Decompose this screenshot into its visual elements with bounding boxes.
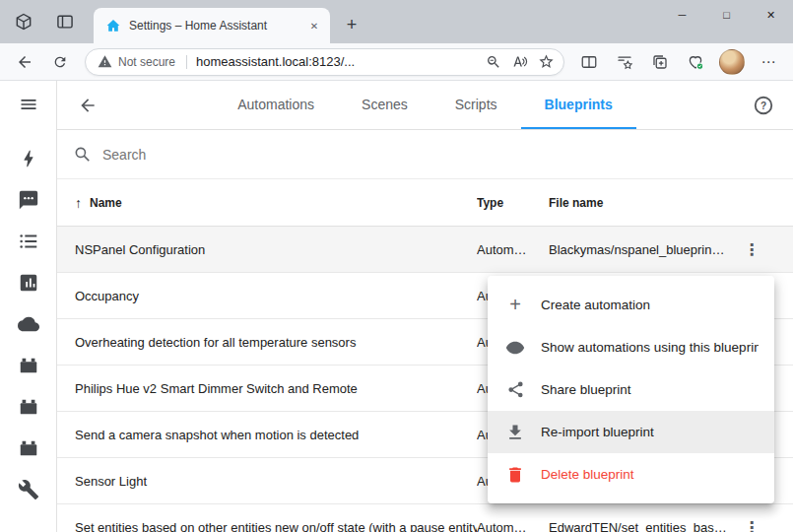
workspaces-icon[interactable]	[8, 6, 39, 37]
table-header: ↑ Name Type File name	[57, 179, 793, 227]
blueprint-context-menu: + Create automation Show automations usi…	[488, 276, 774, 503]
brick-icon-3[interactable]	[0, 428, 57, 469]
tab-close-icon[interactable]: ✕	[304, 16, 324, 35]
column-name-label: Name	[90, 196, 122, 210]
cloud-icon[interactable]	[0, 303, 57, 345]
favorite-star-icon[interactable]	[533, 49, 560, 75]
column-header-file[interactable]: File name	[549, 196, 710, 210]
share-icon	[503, 378, 527, 402]
menu-item-show-automations[interactable]: Show automations using this blueprint	[488, 326, 774, 368]
ha-header: Automations Scenes Scripts Blueprints ?	[57, 81, 793, 130]
row-type: Autom…	[477, 242, 549, 257]
zoom-out-icon[interactable]	[480, 49, 506, 75]
help-icon[interactable]: ?	[752, 94, 775, 117]
new-tab-button[interactable]: +	[338, 11, 365, 38]
menu-item-delete-blueprint[interactable]: Delete blueprint	[488, 453, 774, 496]
row-file: Blackymas/nspanel_blueprin…	[549, 242, 710, 257]
delete-icon	[503, 463, 527, 487]
eye-icon	[503, 336, 527, 360]
split-screen-icon[interactable]	[572, 47, 606, 77]
table-row[interactable]: Set entities based on other entities new…	[57, 504, 793, 532]
menu-item-reimport-blueprint[interactable]: Re-import blueprint	[488, 411, 774, 453]
row-name: NSPanel Configuration	[57, 242, 477, 257]
divider	[186, 55, 187, 69]
tab-actions-icon[interactable]	[49, 6, 81, 37]
tab-automations[interactable]: Automations	[214, 81, 338, 129]
brick-icon-2[interactable]	[0, 386, 57, 428]
svg-text:?: ?	[760, 100, 766, 111]
row-name: Overheating detection for all temperatur…	[57, 335, 477, 350]
row-name: Sensor Light	[57, 474, 477, 489]
tab-scripts[interactable]: Scripts	[431, 81, 521, 129]
maximize-button[interactable]: □	[704, 0, 749, 30]
list-icon[interactable]	[0, 221, 57, 262]
security-label: Not secure	[118, 55, 175, 69]
tab-title: Settings – Home Assistant	[129, 19, 297, 33]
chat-icon[interactable]	[0, 179, 57, 221]
row-name: Occupancy	[57, 289, 477, 303]
warning-icon	[98, 54, 112, 69]
column-header-name[interactable]: ↑ Name	[57, 195, 477, 211]
column-header-type[interactable]: Type	[477, 196, 549, 210]
browser-titlebar: Settings – Home Assistant ✕ + ─ □ ✕	[0, 0, 793, 43]
profile-avatar[interactable]	[719, 49, 745, 75]
window-controls: ─ □ ✕	[660, 0, 793, 30]
read-aloud-icon[interactable]	[506, 49, 533, 75]
row-name: Send a camera snapshot when motion is de…	[57, 428, 477, 442]
refresh-icon[interactable]	[43, 47, 77, 77]
row-type: Autom…	[477, 520, 549, 532]
collections-icon[interactable]	[643, 47, 677, 77]
row-overflow-menu-icon[interactable]: ⋮	[734, 236, 769, 263]
home-assistant-favicon	[105, 18, 121, 33]
chart-box-icon[interactable]	[0, 262, 57, 303]
minimize-button[interactable]: ─	[660, 0, 704, 30]
tab-scenes[interactable]: Scenes	[338, 81, 431, 129]
search-row	[57, 130, 793, 179]
row-name: Set entities based on other entities new…	[57, 520, 477, 532]
row-name: Philips Hue v2 Smart Dimmer Switch and R…	[57, 381, 477, 396]
lightning-icon[interactable]	[0, 138, 57, 179]
ha-tab-bar: Automations Scenes Scripts Blueprints	[214, 81, 636, 129]
menu-item-create-automation[interactable]: + Create automation	[488, 284, 774, 326]
sort-asc-icon: ↑	[75, 195, 82, 211]
browser-essentials-icon[interactable]	[679, 47, 712, 77]
search-input[interactable]	[102, 147, 793, 163]
ha-sidebar	[0, 81, 57, 532]
row-file: EdwardTEN/set_entities_bas…	[549, 520, 710, 532]
sidebar-menu-icon[interactable]	[0, 81, 57, 128]
plus-icon: +	[503, 294, 527, 317]
download-icon	[503, 421, 527, 444]
back-icon[interactable]	[8, 47, 41, 77]
url-text: homeassistant.local:8123/...	[196, 54, 480, 69]
brick-icon-1[interactable]	[0, 345, 57, 386]
row-overflow-menu-icon[interactable]: ⋮	[734, 514, 769, 532]
address-bar[interactable]: Not secure homeassistant.local:8123/...	[85, 48, 564, 76]
browser-tab[interactable]: Settings – Home Assistant ✕	[94, 8, 330, 43]
browser-menu-icon[interactable]: ⋯	[752, 47, 785, 77]
wrench-icon[interactable]	[0, 469, 57, 510]
browser-toolbar: Not secure homeassistant.local:8123/...	[0, 43, 793, 81]
favorites-hub-icon[interactable]	[608, 47, 641, 77]
tab-blueprints[interactable]: Blueprints	[521, 81, 636, 129]
menu-item-share-blueprint[interactable]: Share blueprint	[488, 368, 774, 411]
ha-back-icon[interactable]	[73, 91, 102, 120]
browser-window: Settings – Home Assistant ✕ + ─ □ ✕	[0, 0, 793, 532]
close-button[interactable]: ✕	[749, 0, 793, 30]
table-row[interactable]: NSPanel Configuration Autom… Blackymas/n…	[57, 227, 793, 273]
search-icon	[73, 145, 93, 165]
